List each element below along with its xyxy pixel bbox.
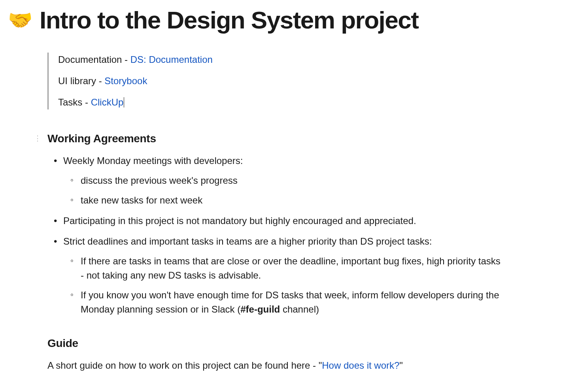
page-title: Intro to the Design System project <box>40 7 418 33</box>
how-does-it-work-link[interactable]: How does it work? <box>322 360 399 371</box>
working-agreements-list: Weekly Monday meetings with developers: … <box>47 154 504 317</box>
documentation-link[interactable]: DS: Documentation <box>130 54 213 65</box>
tasks-label: Tasks - <box>58 97 91 107</box>
sublist: discuss the previous week's progress tak… <box>63 173 504 207</box>
documentation-label: Documentation - <box>58 54 130 65</box>
sublist-item: take new tasks for next week <box>63 193 504 207</box>
guide-paragraph: A short guide on how to work on this pro… <box>47 358 504 373</box>
resources-block: Documentation - DS: Documentation UI lib… <box>47 53 504 109</box>
sublist-item: If there are tasks in teams that are clo… <box>63 254 504 283</box>
guide-text-a: A short guide on how to work on this pro… <box>47 360 322 371</box>
list-item: Strict deadlines and important tasks in … <box>47 234 504 317</box>
sublist-item: discuss the previous week's progress <box>63 173 504 188</box>
working-agreements-heading-row: ⋮ Working Agreements <box>47 132 504 145</box>
ui-library-label: UI library - <box>58 75 104 86</box>
list-item: Weekly Monday meetings with developers: … <box>47 154 504 207</box>
page-content: Documentation - DS: Documentation UI lib… <box>8 53 555 373</box>
tasks-line: Tasks - ClickUp <box>58 95 504 109</box>
storybook-link[interactable]: Storybook <box>104 75 147 86</box>
documentation-line: Documentation - DS: Documentation <box>58 53 504 67</box>
text-cursor-icon <box>124 97 124 107</box>
handshake-icon: 🤝 <box>8 10 32 30</box>
list-item: Participating in this project is not man… <box>47 214 504 228</box>
clickup-link[interactable]: ClickUp <box>91 97 124 107</box>
drag-handle-icon[interactable]: ⋮ <box>34 135 41 142</box>
sublist-item-text-b: channel) <box>280 304 319 315</box>
page-title-row: 🤝 Intro to the Design System project <box>8 7 555 33</box>
list-item-text: Strict deadlines and important tasks in … <box>63 236 432 247</box>
slack-channel-name: #fe-guild <box>240 304 280 315</box>
guide-heading: Guide <box>47 337 504 350</box>
sublist-item: If you know you won't have enough time f… <box>63 288 504 317</box>
guide-heading-row: Guide <box>47 337 504 350</box>
working-agreements-heading: Working Agreements <box>47 132 504 145</box>
guide-text-b: " <box>399 360 403 371</box>
sublist: If there are tasks in teams that are clo… <box>63 254 504 317</box>
list-item-text: Weekly Monday meetings with developers: <box>63 155 243 166</box>
ui-library-line: UI library - Storybook <box>58 74 504 88</box>
